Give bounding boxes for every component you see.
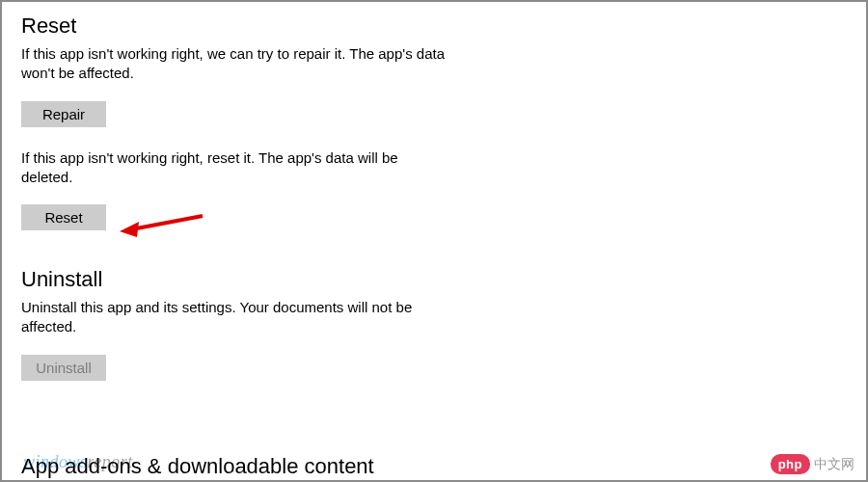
php-cn-text: 中文网: [814, 456, 854, 473]
phpcn-watermark: php 中文网: [771, 454, 854, 474]
addons-heading: App add-ons & downloadable content: [21, 454, 374, 479]
reset-heading: Reset: [21, 13, 847, 39]
reset-description: If this app isn't working right, reset i…: [21, 148, 446, 188]
reset-button[interactable]: Reset: [21, 204, 106, 230]
php-pill-text: php: [771, 454, 810, 474]
uninstall-button: Uninstall: [21, 355, 106, 381]
uninstall-description: Uninstall this app and its settings. You…: [21, 298, 446, 337]
repair-button[interactable]: Repair: [21, 101, 106, 127]
repair-description: If this app isn't working right, we can …: [21, 44, 446, 84]
uninstall-heading: Uninstall: [21, 267, 847, 292]
